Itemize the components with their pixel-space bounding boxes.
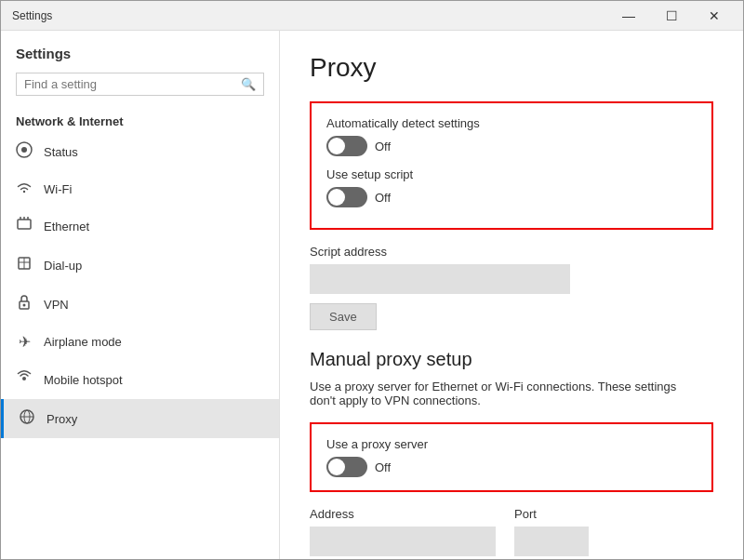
svg-point-12 (22, 377, 26, 380)
setup-script-state: Off (375, 191, 391, 205)
hotspot-icon (16, 369, 33, 390)
port-column: Port (514, 507, 589, 556)
auto-detect-state: Off (375, 140, 391, 153)
vpn-icon (16, 294, 33, 314)
ethernet-icon (16, 216, 33, 236)
use-proxy-state: Off (375, 460, 391, 474)
sidebar-item-hotspot[interactable]: Mobile hotspot (1, 360, 279, 399)
titlebar-controls: — ☐ ✕ (607, 1, 736, 31)
sidebar-item-status-label: Status (44, 145, 78, 159)
wifi-icon (16, 180, 33, 197)
use-proxy-toggle[interactable] (326, 457, 367, 477)
sidebar-item-ethernet[interactable]: Ethernet (1, 207, 279, 246)
sidebar-item-wifi[interactable]: Wi-Fi (1, 171, 279, 207)
setup-script-row: Use setup script Off (326, 167, 697, 207)
address-label: Address (310, 507, 496, 521)
sidebar-item-dialup-label: Dial-up (44, 259, 82, 273)
close-button[interactable]: ✕ (693, 1, 736, 31)
sidebar-title: Settings (1, 31, 279, 69)
sidebar-item-ethernet-label: Ethernet (44, 220, 89, 233)
sidebar-item-wifi-label: Wi-Fi (44, 182, 72, 196)
sidebar-section-label: Network & Internet (1, 107, 279, 132)
address-port-row: Address Port (310, 507, 713, 556)
sidebar-item-status[interactable]: Status (1, 132, 279, 171)
manual-section-title: Manual proxy setup (310, 349, 713, 370)
sidebar: Settings 🔍 Network & Internet Status (1, 31, 280, 559)
dialup-icon (16, 255, 33, 275)
proxy-server-section: Use a proxy server Off (310, 422, 713, 492)
search-box[interactable]: 🔍 (16, 73, 264, 96)
page-title: Proxy (310, 53, 713, 83)
maximize-button[interactable]: ☐ (650, 1, 693, 31)
svg-point-1 (21, 147, 27, 153)
minimize-button[interactable]: — (607, 1, 650, 31)
setup-script-toggle-container: Off (326, 187, 697, 207)
content-area: Settings 🔍 Network & Internet Status (1, 31, 743, 559)
auto-detect-label: Automatically detect settings (326, 116, 697, 130)
svg-rect-3 (18, 220, 31, 229)
port-input[interactable] (514, 527, 589, 556)
auto-detect-row: Automatically detect settings Off (326, 116, 697, 156)
manual-description: Use a proxy server for Ethernet or Wi-Fi… (310, 380, 700, 407)
port-label: Port (514, 507, 589, 521)
use-proxy-label: Use a proxy server (326, 437, 697, 451)
sidebar-item-vpn-label: VPN (44, 298, 69, 312)
setup-script-label: Use setup script (326, 167, 697, 181)
search-input[interactable] (24, 77, 241, 91)
proxy-icon (19, 408, 35, 429)
setup-script-toggle[interactable] (326, 187, 367, 207)
status-icon (16, 141, 33, 162)
script-address-label: Script address (310, 245, 713, 259)
auto-detect-toggle[interactable] (326, 136, 367, 156)
sidebar-item-hotspot-label: Mobile hotspot (44, 373, 123, 387)
svg-point-11 (23, 304, 26, 307)
airplane-icon: ✈ (16, 333, 33, 351)
sidebar-item-airplane-label: Airplane mode (44, 335, 122, 349)
titlebar: Settings — ☐ ✕ (1, 1, 743, 31)
main-content: Proxy Automatically detect settings Off … (280, 31, 743, 559)
sidebar-item-proxy-label: Proxy (46, 412, 77, 426)
sidebar-item-dialup[interactable]: Dial-up (1, 246, 279, 285)
address-input[interactable] (310, 527, 496, 556)
window-title: Settings (12, 9, 52, 22)
script-address-input[interactable] (310, 264, 570, 294)
auto-detect-toggle-container: Off (326, 136, 697, 156)
save-button[interactable]: Save (310, 303, 377, 330)
use-proxy-toggle-container: Off (326, 457, 697, 477)
sidebar-item-vpn[interactable]: VPN (1, 285, 279, 324)
automatic-proxy-section: Automatically detect settings Off Use se… (310, 101, 713, 230)
search-icon: 🔍 (241, 77, 256, 91)
svg-point-2 (23, 191, 25, 193)
settings-window: Settings — ☐ ✕ Settings 🔍 Network & Inte… (0, 0, 744, 560)
address-column: Address (310, 507, 496, 556)
sidebar-item-airplane[interactable]: ✈ Airplane mode (1, 324, 279, 360)
sidebar-item-proxy[interactable]: Proxy (1, 399, 279, 438)
